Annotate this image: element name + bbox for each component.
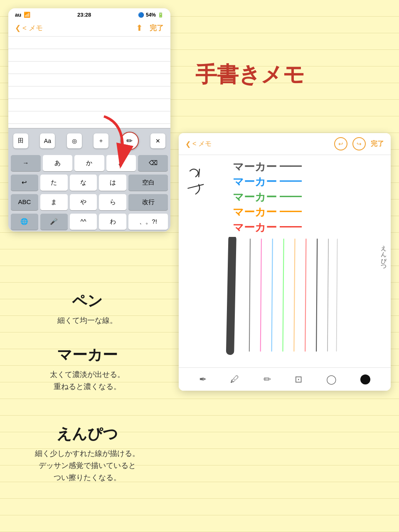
note-undo-button[interactable]: ↩ [334, 137, 347, 150]
marker-desc-2: 重ねると濃くなる。 [12, 381, 162, 393]
enpitsu-title: えんぴつ [12, 424, 162, 444]
note-back-button[interactable]: ❮ < メモ [185, 140, 212, 148]
svg-line-8 [316, 239, 317, 351]
nav-back-button[interactable]: ❮ < メモ [15, 23, 43, 33]
key-ma[interactable]: ま [40, 194, 68, 210]
red-arrow-indicator [71, 108, 154, 191]
nav-actions: ⬆ 完了 [136, 23, 164, 33]
svg-line-9 [328, 239, 328, 351]
key-arrow[interactable]: → [11, 155, 41, 171]
back-label: < メモ [22, 23, 43, 33]
key-punct[interactable]: 、。?! [128, 214, 168, 230]
redo-icon: ↪ [357, 140, 362, 147]
lasso-tool-icon[interactable]: ◯ [326, 374, 337, 385]
marker-text-row-4: マーカー ━━ [233, 204, 387, 219]
note-nav-bar: ❮ < メモ ↩ ↪ 完了 [179, 133, 391, 155]
note-done-button[interactable]: 完了 [371, 140, 384, 148]
marker-title: マーカー [12, 345, 162, 365]
pen-tool-icon[interactable]: ✒ [199, 374, 207, 385]
status-left: au 📶 [15, 12, 30, 18]
format-icon: Aa [44, 138, 51, 144]
table-toolbar-btn[interactable]: 田 [13, 133, 28, 148]
marker-text-row-2: マーカー ━━ [233, 174, 387, 189]
enpitsu-desc-1: 細く少しかすれた線が描ける。 [12, 448, 162, 460]
marker-desc-1: 太くて濃淡が出せる。 [12, 369, 162, 381]
note-screenshot: ❮ < メモ ↩ ↪ 完了 [179, 133, 391, 391]
key-ra[interactable]: ら [99, 194, 126, 210]
key-abc[interactable]: ABC [11, 194, 38, 210]
svg-line-1 [230, 239, 232, 351]
back-chevron-icon: ❮ [15, 24, 21, 32]
battery-label: 54% [146, 12, 156, 18]
page-container: au 📶 23:28 🔵 54% 🔋 ❮ < メモ ⬆ 完了 [0, 0, 399, 532]
enpitsu-vertical-text: えんぴつ [357, 237, 391, 357]
pen-title: ペン [12, 291, 162, 311]
key-undo[interactable]: ↩ [11, 175, 38, 191]
key-ta[interactable]: た [40, 175, 68, 191]
svg-line-5 [283, 239, 283, 351]
key-ya[interactable]: や [70, 194, 97, 210]
svg-line-7 [305, 239, 306, 351]
lines-svg [179, 237, 357, 357]
enpitsu-desc-2: デッサン感覚で描いていると [12, 460, 162, 472]
keyboard-row-4: 🌐 🎤 ^^ わ 、。?! [8, 212, 170, 232]
battery-icon: 🔋 [158, 12, 164, 18]
pencil-tool-icon[interactable]: ✏ [264, 374, 271, 385]
key-globe[interactable]: 🌐 [11, 214, 38, 230]
close-icon: ✕ [155, 138, 160, 144]
time-label: 23:28 [77, 12, 91, 18]
carrier-label: au [15, 12, 21, 18]
pen-desc: 細くて均一な線。 [12, 315, 162, 327]
svg-line-10 [336, 239, 337, 351]
marker-section: マーカー 太くて濃淡が出せる。 重ねると濃くなる。 [12, 345, 162, 393]
key-wa[interactable]: わ [99, 214, 126, 230]
note-redo-button[interactable]: ↪ [352, 137, 366, 150]
svg-line-3 [261, 239, 261, 351]
table-icon: 田 [18, 137, 24, 145]
enpitsu-desc-3: つい擦りたくなる。 [12, 472, 162, 484]
enpitsu-section: えんぴつ 細く少しかすれた線が描ける。 デッサン感覚で描いていると つい擦りたく… [12, 424, 162, 483]
wifi-icon: 📶 [24, 12, 30, 18]
svg-line-4 [272, 239, 273, 351]
page-title: 手書きメモ [195, 60, 305, 89]
status-right: 🔵 54% 🔋 [138, 12, 164, 18]
format-toolbar-btn[interactable]: Aa [40, 133, 55, 148]
key-hat[interactable]: ^^ [70, 214, 97, 230]
bluetooth-icon: 🔵 [138, 12, 144, 18]
note-bottom-toolbar: ✒ 🖊 ✏ ⊡ ◯ [179, 367, 391, 391]
key-return[interactable]: 改行 [128, 194, 168, 210]
marker-text-row-5: マーカー ━━ [233, 220, 387, 235]
done-button[interactable]: 完了 [150, 23, 164, 33]
brush-tool-icon[interactable]: 🖊 [230, 374, 239, 385]
note-back-chevron-icon: ❮ [185, 140, 191, 148]
share-icon[interactable]: ⬆ [136, 23, 143, 33]
key-a[interactable]: あ [43, 155, 73, 171]
eraser-tool-icon[interactable]: ⊡ [295, 374, 302, 385]
status-bar: au 📶 23:28 🔵 54% 🔋 [8, 8, 170, 20]
undo-icon: ↩ [338, 140, 343, 147]
phone-nav-bar: ❮ < メモ ⬆ 完了 [8, 20, 170, 37]
color-picker-dot[interactable] [360, 374, 370, 384]
svg-line-2 [249, 239, 250, 351]
keyboard-row-3: ABC ま や ら 改行 [8, 192, 170, 212]
marker-text-area: マーカー ━━ マーカー ━━ マーカー ━━ マーカー ━━ マーカー ━━ [233, 159, 387, 235]
lines-drawing-area: えんぴつ [179, 237, 391, 357]
marker-text-row-1: マーカー ━━ [233, 159, 387, 174]
key-mic[interactable]: 🎤 [40, 214, 68, 230]
pen-handwriting-svg [183, 163, 216, 213]
note-back-label: < メモ [192, 140, 212, 148]
svg-line-6 [294, 239, 295, 351]
marker-text-row-3: マーカー ━━ [233, 190, 387, 204]
pen-section: ペン 細くて均一な線。 [12, 291, 162, 327]
note-nav-icons: ↩ ↪ 完了 [334, 137, 384, 150]
